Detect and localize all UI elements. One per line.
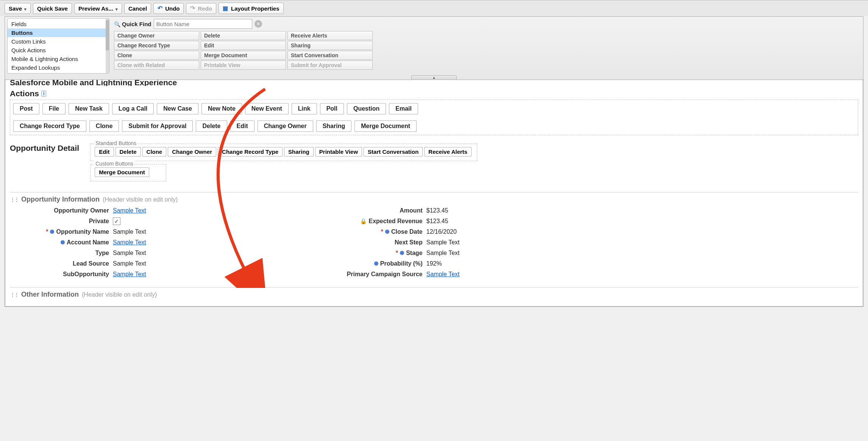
palette-button-receive-alerts[interactable]: Receive Alerts bbox=[287, 31, 373, 40]
action-clone[interactable]: Clone bbox=[89, 120, 119, 132]
field-label: Probability (%) bbox=[328, 260, 423, 267]
field-value: ✓ bbox=[113, 217, 120, 225]
palette-category-custom-links[interactable]: Custom Links bbox=[8, 37, 109, 46]
sample-link[interactable]: Sample Text bbox=[113, 239, 146, 246]
undo-icon bbox=[158, 5, 164, 11]
palette-button-printable-view[interactable]: Printable View bbox=[201, 61, 286, 70]
field-next-step: Next StepSample Text bbox=[328, 238, 460, 247]
preview-as-button[interactable]: Preview As... bbox=[74, 3, 122, 14]
std-button-receive-alerts[interactable]: Receive Alerts bbox=[424, 147, 471, 156]
field-subopportunity: SubOpportunitySample Text bbox=[14, 269, 146, 279]
std-button-clone[interactable]: Clone bbox=[142, 147, 167, 156]
action-edit[interactable]: Edit bbox=[230, 120, 254, 132]
section-title: Opportunity Information bbox=[21, 195, 100, 203]
save-button[interactable]: Save bbox=[5, 3, 31, 14]
palette-collapse-handle[interactable] bbox=[411, 75, 457, 80]
palette-button-submit-for-approval[interactable]: Submit for Approval bbox=[287, 61, 373, 70]
palette-button-change-record-type[interactable]: Change Record Type bbox=[114, 41, 199, 50]
quick-find-input[interactable] bbox=[154, 19, 252, 29]
opportunity-detail-title: Opportunity Detail bbox=[10, 144, 79, 181]
palette: FieldsButtonsCustom LinksQuick ActionsMo… bbox=[5, 16, 863, 80]
palette-button-merge-document[interactable]: Merge Document bbox=[201, 51, 286, 60]
field-type-dot-icon bbox=[385, 230, 389, 234]
palette-category-quick-actions[interactable]: Quick Actions bbox=[8, 46, 109, 55]
action-change-record-type[interactable]: Change Record Type bbox=[13, 120, 86, 132]
custom-buttons-legend: Custom Buttons bbox=[94, 161, 135, 167]
layout-properties-button[interactable]: Layout Properties bbox=[219, 3, 284, 14]
std-button-start-conversation[interactable]: Start Conversation bbox=[364, 147, 423, 156]
std-button-sharing[interactable]: Sharing bbox=[284, 147, 314, 156]
palette-button-start-conversation[interactable]: Start Conversation bbox=[287, 51, 373, 60]
field-value: $123.45 bbox=[426, 207, 448, 214]
palette-button-clone-with-related[interactable]: Clone with Related bbox=[114, 61, 199, 70]
lock-icon bbox=[360, 218, 367, 225]
std-button-change-record-type[interactable]: Change Record Type bbox=[218, 147, 283, 156]
action-email[interactable]: Email bbox=[389, 103, 418, 114]
action-new-note[interactable]: New Note bbox=[201, 103, 242, 114]
redo-button[interactable]: Redo bbox=[186, 3, 216, 14]
palette-scrollbar[interactable] bbox=[106, 19, 109, 73]
action-file[interactable]: File bbox=[42, 103, 66, 114]
field-opportunity-owner: Opportunity OwnerSample Text bbox=[14, 206, 146, 215]
action-post[interactable]: Post bbox=[13, 103, 39, 114]
field-value: Sample Text bbox=[113, 260, 146, 267]
palette-category-mobile-lightning-actions[interactable]: Mobile & Lightning Actions bbox=[8, 55, 109, 63]
field-type-dot-icon bbox=[61, 240, 65, 244]
field-value: 12/16/2020 bbox=[426, 228, 457, 235]
cancel-button[interactable]: Cancel bbox=[124, 3, 151, 14]
palette-button-sharing[interactable]: Sharing bbox=[287, 41, 373, 50]
field-type: TypeSample Text bbox=[14, 248, 146, 258]
field-label: Primary Campaign Source bbox=[328, 271, 423, 278]
field-label: Amount bbox=[328, 207, 423, 214]
palette-button-clone[interactable]: Clone bbox=[114, 51, 199, 60]
action-new-case[interactable]: New Case bbox=[157, 103, 198, 114]
palette-button-change-owner[interactable]: Change Owner bbox=[114, 31, 199, 40]
field-label: Account Name bbox=[14, 239, 109, 246]
field-label: Expected Revenue bbox=[328, 218, 423, 225]
action-link[interactable]: Link bbox=[292, 103, 317, 114]
undo-button[interactable]: Undo bbox=[153, 3, 184, 14]
field-type-dot-icon bbox=[50, 230, 54, 234]
field-stage: *StageSample Text bbox=[328, 248, 460, 258]
action-log-a-call[interactable]: Log a Call bbox=[112, 103, 154, 114]
palette-button-delete[interactable]: Delete bbox=[201, 31, 286, 40]
action-delete[interactable]: Delete bbox=[196, 120, 227, 132]
std-button-printable-view[interactable]: Printable View bbox=[315, 147, 362, 156]
field-opportunity-name: *Opportunity NameSample Text bbox=[14, 227, 146, 236]
field-value: Sample Text bbox=[113, 271, 146, 278]
sample-link[interactable]: Sample Text bbox=[426, 271, 460, 277]
quick-find-clear-button[interactable]: ✕ bbox=[254, 20, 262, 28]
layout-canvas: Salesforce Mobile and Lightning Experien… bbox=[5, 78, 863, 307]
field-label: Lead Source bbox=[14, 260, 109, 267]
custom-buttons-group: Custom Buttons Merge Document bbox=[91, 164, 166, 181]
palette-category-expanded-lookups[interactable]: Expanded Lookups bbox=[8, 63, 109, 72]
field-label: Opportunity Owner bbox=[14, 207, 109, 214]
info-icon[interactable]: i bbox=[41, 91, 46, 97]
sample-link[interactable]: Sample Text bbox=[113, 207, 146, 214]
drag-handle-icon[interactable] bbox=[10, 196, 18, 203]
std-button-delete[interactable]: Delete bbox=[116, 147, 141, 156]
quick-save-button[interactable]: Quick Save bbox=[33, 3, 72, 14]
field-value: Sample Text bbox=[113, 239, 146, 246]
field-probability-: Probability (%)192% bbox=[328, 259, 460, 268]
drag-handle-icon[interactable] bbox=[10, 291, 18, 298]
action-sharing[interactable]: Sharing bbox=[316, 120, 352, 132]
action-new-task[interactable]: New Task bbox=[69, 103, 109, 114]
required-icon: * bbox=[381, 228, 383, 235]
field-type-dot-icon bbox=[374, 261, 378, 266]
std-button-edit[interactable]: Edit bbox=[95, 147, 114, 156]
action-merge-document[interactable]: Merge Document bbox=[354, 120, 417, 132]
palette-category-fields[interactable]: Fields bbox=[8, 20, 109, 28]
field-label: *Stage bbox=[328, 250, 423, 256]
palette-button-edit[interactable]: Edit bbox=[201, 41, 286, 50]
action-change-owner[interactable]: Change Owner bbox=[258, 120, 313, 132]
action-new-event[interactable]: New Event bbox=[245, 103, 289, 114]
top-toolbar: Save Quick Save Preview As... Cancel Und… bbox=[0, 0, 868, 16]
palette-category-buttons[interactable]: Buttons bbox=[8, 28, 109, 37]
action-submit-for-approval[interactable]: Submit for Approval bbox=[122, 120, 193, 132]
action-question[interactable]: Question bbox=[347, 103, 386, 114]
std-button-change-owner[interactable]: Change Owner bbox=[168, 147, 216, 156]
cust-button-merge-document[interactable]: Merge Document bbox=[95, 167, 149, 177]
action-poll[interactable]: Poll bbox=[320, 103, 344, 114]
sample-link[interactable]: Sample Text bbox=[113, 271, 146, 277]
